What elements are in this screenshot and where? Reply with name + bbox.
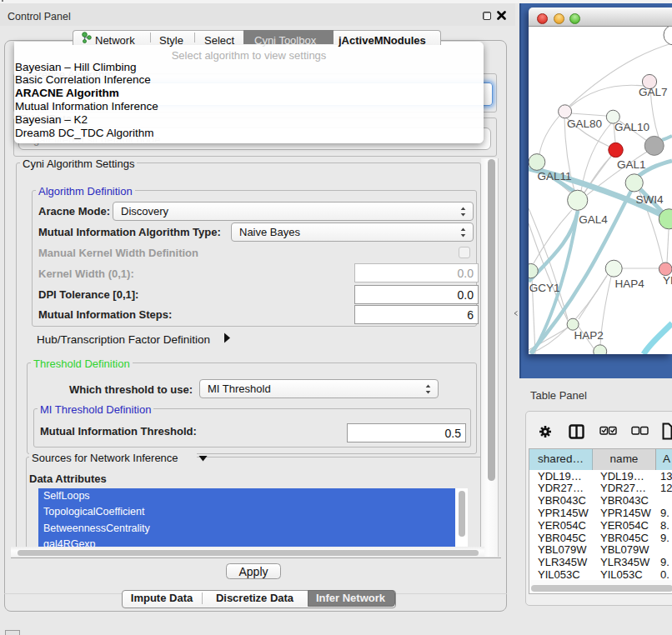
svg-text:SWI4: SWI4: [636, 193, 664, 206]
svg-text:GAL7: GAL7: [639, 86, 668, 98]
svg-text:GAL11: GAL11: [538, 170, 572, 182]
svg-text:YM: YM: [663, 274, 672, 287]
svg-text:HAP4: HAP4: [615, 278, 645, 290]
svg-text:GAL1: GAL1: [617, 158, 646, 171]
svg-text:HAP2: HAP2: [574, 329, 604, 342]
svg-text:GAL4: GAL4: [579, 213, 608, 226]
svg-text:GAL10: GAL10: [614, 121, 649, 133]
svg-text:GAL80: GAL80: [567, 118, 602, 130]
svg-text:GCY1: GCY1: [529, 282, 560, 294]
